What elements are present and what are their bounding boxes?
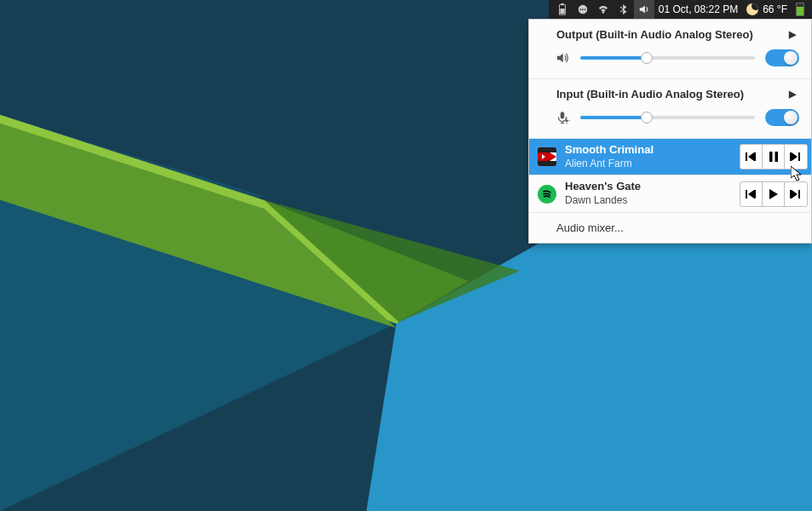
mouse-cursor <box>791 166 804 183</box>
output-volume-slider[interactable] <box>580 56 755 60</box>
previous-button[interactable] <box>740 182 763 206</box>
track-title: Smooth Criminal <box>565 143 731 158</box>
chevron-right-icon: ▶ <box>789 89 798 100</box>
menu-icon[interactable] <box>573 0 593 19</box>
next-button[interactable] <box>785 182 807 206</box>
svg-point-13 <box>585 9 586 10</box>
battery-indicator[interactable] <box>792 0 809 19</box>
svg-marker-23 <box>792 152 798 161</box>
panel-weather[interactable]: 66 °F <box>763 0 792 19</box>
svg-rect-19 <box>754 152 756 161</box>
play-button[interactable] <box>763 182 785 206</box>
svg-point-14 <box>602 11 604 14</box>
battery-icon[interactable] <box>552 0 573 19</box>
svg-marker-30 <box>792 190 798 198</box>
volume-popup: Output (Built-in Audio Analog Stereo) ▶ … <box>528 19 812 244</box>
svg-rect-29 <box>790 190 792 198</box>
speaker-icon <box>555 50 570 66</box>
pause-button[interactable] <box>763 145 785 169</box>
output-slider-row <box>529 44 811 78</box>
wifi-icon[interactable] <box>593 0 613 19</box>
spotify-icon <box>538 185 556 204</box>
svg-rect-8 <box>561 3 564 5</box>
output-label: Output (Built-in Audio Analog Stereo) <box>556 28 753 41</box>
bluetooth-icon[interactable] <box>613 0 634 19</box>
svg-rect-15 <box>561 112 565 118</box>
microphone-icon <box>555 110 570 125</box>
svg-marker-26 <box>748 190 754 198</box>
track-info: Heaven's Gate Dawn Landes <box>565 180 731 207</box>
svg-rect-21 <box>775 152 778 162</box>
previous-button[interactable] <box>740 145 763 169</box>
svg-point-12 <box>582 9 584 10</box>
youtube-icon <box>538 147 556 166</box>
svg-rect-9 <box>560 9 564 14</box>
output-toggle[interactable] <box>765 49 799 66</box>
svg-rect-31 <box>798 190 800 198</box>
svg-rect-24 <box>798 152 800 161</box>
weather-icon[interactable] <box>742 0 763 19</box>
volume-panel-icon[interactable] <box>634 0 654 19</box>
svg-rect-22 <box>790 152 792 161</box>
input-label: Input (Built-in Audio Analog Stereo) <box>556 88 744 100</box>
media-player-row[interactable]: Heaven's Gate Dawn Landes <box>529 175 811 211</box>
output-header[interactable]: Output (Built-in Audio Analog Stereo) ▶ <box>529 20 811 44</box>
svg-point-16 <box>566 119 568 122</box>
input-slider-row <box>529 104 811 138</box>
media-player-row[interactable]: Smooth Criminal Alien Ant Farm <box>529 138 811 175</box>
top-panel: 01 Oct, 08:22 PM 66 °F <box>549 0 812 19</box>
track-info: Smooth Criminal Alien Ant Farm <box>565 143 731 170</box>
track-artist: Alien Ant Farm <box>565 158 731 171</box>
svg-rect-25 <box>746 190 747 198</box>
svg-marker-32 <box>791 166 801 181</box>
chevron-right-icon: ▶ <box>789 29 798 40</box>
input-toggle[interactable] <box>765 109 799 126</box>
svg-rect-20 <box>769 152 773 162</box>
svg-marker-28 <box>769 189 778 199</box>
svg-point-11 <box>579 9 581 10</box>
track-artist: Dawn Landes <box>565 194 731 208</box>
panel-datetime[interactable]: 01 Oct, 08:22 PM <box>654 0 742 19</box>
input-header[interactable]: Input (Built-in Audio Analog Stereo) ▶ <box>529 78 811 104</box>
audio-mixer-link[interactable]: Audio mixer... <box>529 212 811 243</box>
svg-marker-18 <box>748 152 754 161</box>
media-controls <box>740 181 808 207</box>
svg-rect-27 <box>754 190 756 198</box>
svg-rect-17 <box>746 152 747 161</box>
input-volume-slider[interactable] <box>580 116 755 119</box>
track-title: Heaven's Gate <box>565 180 731 194</box>
